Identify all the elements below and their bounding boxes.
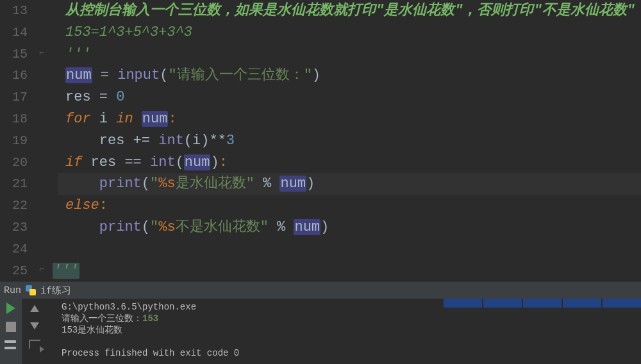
console-tool-column-1: [0, 299, 22, 364]
fold-gutter: ⌐ ⌐: [35, 0, 58, 281]
code-line-20: if res == int(num):: [65, 152, 228, 174]
run-config-name: if练习: [40, 285, 71, 297]
rerun-button[interactable]: [6, 302, 15, 314]
highlight-strips: [444, 299, 641, 308]
console-panel: G:\python3.6.5\python.exe 请输入一个三位数：153 1…: [0, 299, 641, 364]
code-line-15: ''': [65, 44, 91, 65]
run-label: Run: [4, 285, 21, 296]
python-icon: [25, 285, 37, 296]
code-line-19: res += int(i)**3: [65, 130, 235, 152]
code-line-16: num = input("请输入一个三位数："): [65, 65, 320, 87]
down-stack-button[interactable]: [30, 322, 39, 329]
code-line-25: ''': [53, 260, 79, 282]
layout-button[interactable]: [4, 340, 17, 350]
console-tool-column-2: [22, 299, 47, 364]
code-line-18: for i in num:: [65, 108, 177, 130]
code-line-17: res = 0: [65, 87, 124, 108]
code-line-14: 153=1^3+5^3+3^3: [65, 22, 192, 44]
exit-text: Process finished with exit code 0: [62, 347, 641, 359]
stop-button[interactable]: [6, 322, 16, 332]
code-line-22: else:: [65, 195, 108, 217]
user-input: 153: [142, 313, 158, 324]
line-number-gutter: 1314 1516 1718 1920 2122 2324 25: [0, 0, 35, 281]
fold-start-icon[interactable]: ⌐: [39, 264, 44, 274]
prompt-text: 请输入一个三位数：: [62, 313, 142, 324]
console-output[interactable]: G:\python3.6.5\python.exe 请输入一个三位数：153 1…: [47, 299, 641, 364]
code-editor[interactable]: 1314 1516 1718 1920 2122 2324 25 ⌐ ⌐ 从控制…: [0, 0, 641, 281]
result-text: 153是水仙花数: [62, 324, 641, 336]
soft-wrap-button[interactable]: [29, 340, 40, 349]
code-line-23: print("%s不是水仙花数" % num): [65, 217, 329, 238]
code-line-21: print("%s是水仙花数" % num): [65, 173, 315, 195]
fold-end-icon[interactable]: ⌐: [39, 47, 44, 58]
code-line-13: 从控制台输入一个三位数，如果是水仙花数就打印"是水仙花数"，否则打印"不是水仙花…: [65, 3, 635, 19]
up-stack-button[interactable]: [30, 305, 39, 312]
run-toolwindow-header[interactable]: Run if练习: [0, 281, 641, 299]
